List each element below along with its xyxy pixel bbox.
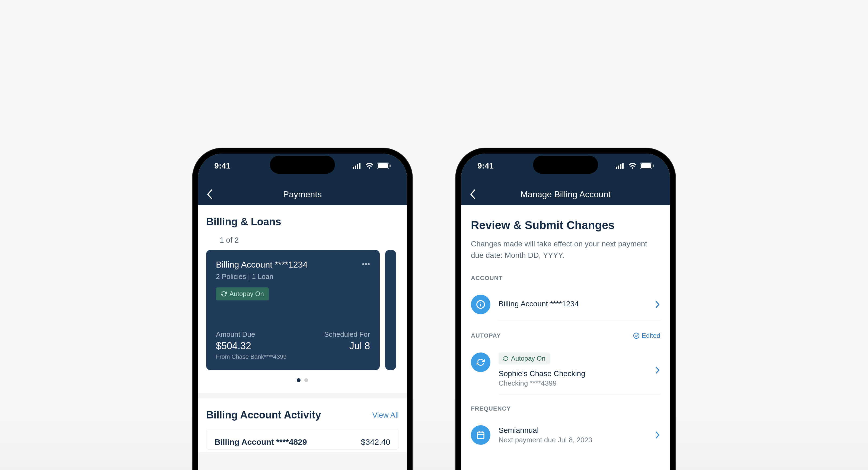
svg-rect-7 xyxy=(616,167,617,169)
amount-due-value: $504.32 xyxy=(216,340,286,352)
review-title: Review & Submit Changes xyxy=(471,219,660,232)
card-account-name: Billing Account ****1234 xyxy=(216,260,308,270)
payment-method-detail: Checking ****4399 xyxy=(499,379,655,387)
frequency-row[interactable]: Semiannual Next payment due Jul 8, 2023 xyxy=(471,419,660,451)
nav-title: Manage Billing Account xyxy=(521,189,611,200)
frequency-header: FREQUENCY xyxy=(471,405,660,412)
svg-rect-13 xyxy=(653,165,654,167)
activity-row[interactable]: Billing Account ****4829 $342.40 xyxy=(206,429,399,450)
autopay-row[interactable]: Autopay On Sophie's Chase Checking Check… xyxy=(471,346,660,394)
dynamic-island xyxy=(270,156,335,174)
help-text: Changes made will take effect on your ne… xyxy=(471,238,660,261)
edited-badge: Edited xyxy=(633,332,660,340)
back-button[interactable] xyxy=(469,189,476,200)
view-all-link[interactable]: View All xyxy=(372,411,399,419)
svg-rect-18 xyxy=(477,432,484,439)
scheduled-for-value: Jul 8 xyxy=(324,340,370,352)
card-more-button[interactable]: ••• xyxy=(362,260,370,268)
screen-manage: 9:41 Manage Billing Account Review & Sub… xyxy=(461,154,670,470)
scheduled-for-label: Scheduled For xyxy=(324,330,370,339)
card-pager-count: 1 of 2 xyxy=(220,236,399,244)
autopay-header: AUTOPAY Edited xyxy=(471,332,660,340)
dot-2[interactable] xyxy=(304,378,308,382)
account-section: ACCOUNT Billing Account ****1234 xyxy=(471,275,660,321)
chevron-right-icon xyxy=(655,300,660,309)
autopay-badge: Autopay On xyxy=(216,287,269,300)
nav-title: Payments xyxy=(283,189,322,200)
phone-mockup-payments: 9:41 Payments Billing & Loans 1 of 2 xyxy=(193,148,412,470)
svg-rect-3 xyxy=(359,163,361,169)
card-account-meta: 2 Policies | 1 Loan xyxy=(216,272,308,281)
check-circle-icon xyxy=(633,332,640,339)
info-icon xyxy=(471,295,490,314)
nav-bar: Payments xyxy=(198,183,407,205)
svg-rect-8 xyxy=(618,166,619,169)
activity-amount: $342.40 xyxy=(361,437,390,447)
back-button[interactable] xyxy=(206,189,213,200)
svg-rect-5 xyxy=(378,164,388,168)
frequency-value: Semiannual xyxy=(499,426,655,435)
battery-icon xyxy=(377,163,391,169)
activity-account-name: Billing Account ****4829 xyxy=(215,437,307,447)
payment-method-name: Sophie's Chase Checking xyxy=(499,369,655,378)
amount-due-label: Amount Due xyxy=(216,330,286,339)
svg-rect-9 xyxy=(620,164,621,169)
frequency-section: FREQUENCY Semiannual Next payment due Ju… xyxy=(471,405,660,451)
wifi-icon xyxy=(628,163,637,169)
autopay-badge-label: Autopay On xyxy=(511,355,546,362)
screen-payments: 9:41 Payments Billing & Loans 1 of 2 xyxy=(198,154,407,470)
activity-title: Billing Account Activity xyxy=(206,409,321,421)
status-indicators xyxy=(352,163,391,169)
chevron-right-icon xyxy=(655,431,660,439)
signal-icon xyxy=(616,163,625,169)
account-name: Billing Account ****1234 xyxy=(499,300,655,308)
refresh-icon xyxy=(221,291,227,297)
autopay-section: AUTOPAY Edited xyxy=(471,332,660,394)
section-title-billing: Billing & Loans xyxy=(206,216,399,228)
next-payment-date: Next payment due Jul 8, 2023 xyxy=(499,436,655,444)
calendar-icon xyxy=(471,425,490,445)
payment-source-note: From Chase Bank****4399 xyxy=(216,353,286,360)
svg-rect-10 xyxy=(622,163,624,169)
svg-point-17 xyxy=(633,333,639,339)
account-row[interactable]: Billing Account ****1234 xyxy=(471,288,660,321)
status-time: 9:41 xyxy=(214,161,230,170)
autopay-label: Autopay On xyxy=(229,290,264,298)
review-content: Review & Submit Changes Changes made wil… xyxy=(461,205,670,451)
next-card-peek[interactable] xyxy=(385,250,396,370)
dot-1[interactable] xyxy=(297,378,301,382)
account-header: ACCOUNT xyxy=(471,275,660,282)
refresh-icon xyxy=(471,353,490,372)
nav-bar: Manage Billing Account xyxy=(461,183,670,205)
refresh-icon xyxy=(503,356,508,361)
wifi-icon xyxy=(365,163,374,169)
signal-icon xyxy=(352,163,362,169)
activity-section: Billing Account Activity View All Billin… xyxy=(198,399,407,452)
card-carousel[interactable]: Billing Account ****1234 2 Policies | 1 … xyxy=(206,250,399,370)
status-indicators xyxy=(616,163,654,169)
svg-rect-6 xyxy=(390,165,391,167)
pagination-dots xyxy=(206,378,399,382)
phone-mockup-manage: 9:41 Manage Billing Account Review & Sub… xyxy=(456,148,675,470)
svg-rect-12 xyxy=(641,164,651,168)
svg-rect-2 xyxy=(357,164,358,169)
status-time: 9:41 xyxy=(477,161,494,170)
billing-account-card[interactable]: Billing Account ****1234 2 Policies | 1 … xyxy=(206,250,380,370)
billing-loans-section: Billing & Loans 1 of 2 Billing Account *… xyxy=(198,205,407,393)
autopay-badge: Autopay On xyxy=(499,353,550,364)
dynamic-island xyxy=(533,156,598,174)
svg-rect-1 xyxy=(355,166,356,169)
chevron-right-icon xyxy=(655,366,660,374)
battery-icon xyxy=(640,163,654,169)
svg-rect-0 xyxy=(352,167,354,169)
